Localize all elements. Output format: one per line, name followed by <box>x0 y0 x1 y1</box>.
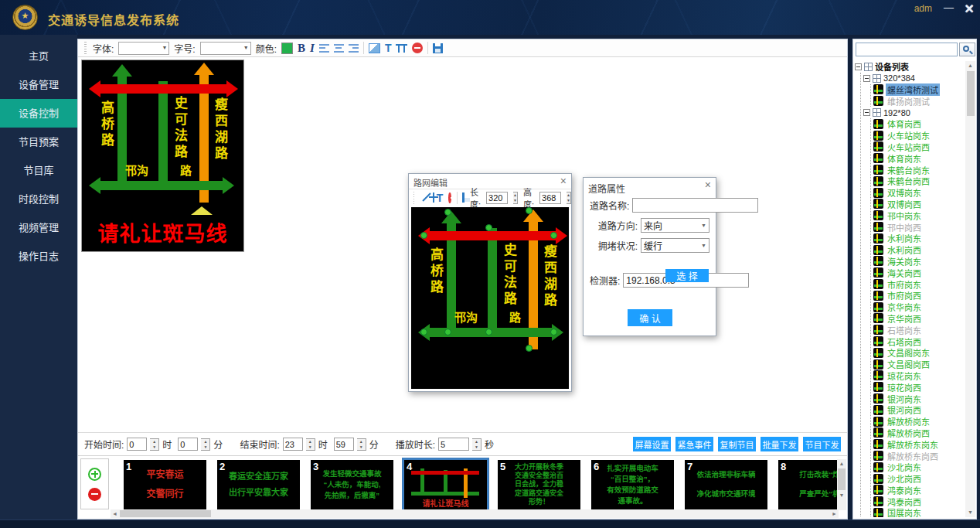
program-thumbnail[interactable]: 8 打击改装“炸 严查严处“机 <box>778 460 839 509</box>
delete-icon[interactable] <box>448 192 451 203</box>
sidebar-item[interactable]: 节目库 <box>0 156 77 185</box>
sidebar-item[interactable]: 设备控制 <box>0 99 77 128</box>
tree-scrollbar[interactable]: ▲ ▼ <box>965 61 975 517</box>
end-hour-spinner[interactable]: ▲▼ <box>306 438 315 451</box>
device-tree-item[interactable]: 解放桥东岗西 <box>871 450 965 462</box>
end-hour-input[interactable] <box>283 438 303 451</box>
device-tree-item[interactable]: 体育岗东 <box>871 152 965 164</box>
align-center-icon[interactable] <box>334 44 344 53</box>
device-tree-item[interactable]: 文昌阁岗西 <box>871 359 965 370</box>
road-arrow-top[interactable] <box>430 231 556 240</box>
device-tree-item[interactable]: 水利岗西 <box>871 244 965 256</box>
device-tree-item[interactable]: 解放桥东岗东 <box>871 438 965 450</box>
program-thumbnail[interactable]: 1 平安春运 交警同行 <box>124 460 206 509</box>
scroll-down-icon[interactable]: ▼ <box>837 491 846 499</box>
move-tool-icon[interactable] <box>429 192 431 203</box>
size-dropdown[interactable] <box>200 42 251 55</box>
control-point[interactable] <box>485 329 492 336</box>
search-button[interactable] <box>959 43 975 56</box>
save-icon[interactable] <box>433 43 443 53</box>
scrollbar-thumb[interactable] <box>967 71 975 116</box>
action-button[interactable]: 紧急事件 <box>675 437 713 451</box>
search-input[interactable] <box>856 43 958 56</box>
collapse-icon[interactable] <box>855 63 862 70</box>
close-icon[interactable]: × <box>965 0 974 18</box>
sidebar-item[interactable]: 视频管理 <box>0 213 77 242</box>
device-tree-item[interactable]: 体育岗西 <box>871 118 965 130</box>
action-button[interactable]: 批量下发 <box>761 437 798 451</box>
duration-spinner[interactable]: ▲▼ <box>472 438 481 451</box>
height-input[interactable] <box>539 192 561 204</box>
device-tree-item[interactable]: 火车站岗西 <box>871 141 965 153</box>
program-thumbnail[interactable]: 5 大力开展秋冬季 交通安全整治百 日会战，全力稳 定道路交通安全 形势！ <box>498 460 580 509</box>
remove-program-icon[interactable] <box>88 488 101 501</box>
device-tree-item[interactable]: 维扬岗测试 <box>871 95 965 107</box>
device-tree-item[interactable]: 解放桥岗西 <box>871 428 965 439</box>
scrollbar-thumb[interactable] <box>838 468 846 490</box>
vertical-scrollbar[interactable]: ▲ ▼ <box>837 459 846 510</box>
device-tree-item[interactable]: 银河岗西 <box>871 404 965 416</box>
sidebar-item[interactable]: 操作日志 <box>0 242 77 271</box>
device-tree-item[interactable]: 沙北岗西 <box>871 473 965 485</box>
device-tree-item[interactable]: 京华岗西 <box>871 313 965 325</box>
sidebar-item[interactable]: 设备管理 <box>0 70 77 99</box>
scrollbar-thumb[interactable] <box>120 510 211 517</box>
action-button[interactable]: 节目下发 <box>803 437 841 451</box>
device-tree-item[interactable]: 沙北岗东 <box>871 462 965 473</box>
scroll-right-icon[interactable]: ► <box>830 509 839 518</box>
toolbar-grip[interactable] <box>413 192 414 204</box>
action-button[interactable]: 复制节目 <box>718 437 756 451</box>
program-thumbnail[interactable]: 4 请礼让斑马线 <box>404 460 487 509</box>
road-name-input[interactable] <box>632 198 758 213</box>
control-point[interactable] <box>550 232 557 239</box>
device-tree-item[interactable]: 水利岗东 <box>871 233 965 244</box>
device-tree-item[interactable]: 鸿泰岗西 <box>871 496 965 507</box>
start-minute-spinner[interactable]: ▲▼ <box>201 438 210 451</box>
bold-button[interactable]: B <box>298 42 305 55</box>
delete-icon[interactable] <box>412 43 423 53</box>
control-point[interactable] <box>550 329 557 336</box>
program-thumbnail[interactable]: 6 扎实开展电动车 “百日整治”， 有效预防道路交 通事故。 <box>591 460 674 509</box>
device-tree-item[interactable]: 鸿泰岗东 <box>871 484 965 496</box>
save-icon[interactable] <box>462 192 464 203</box>
control-point[interactable] <box>420 329 427 336</box>
editor-roadnet[interactable]: 高桥路 史可法路 瘦西湖路 邗沟 路 <box>411 207 569 389</box>
device-tree-item[interactable]: 海关岗东 <box>871 256 965 267</box>
device-tree-item[interactable]: 国展岗东 <box>871 507 965 517</box>
sign-preview[interactable]: 高桥路 史可法路 瘦西湖路 邗沟 路 请礼让斑马线 <box>81 60 244 252</box>
add-program-icon[interactable] <box>88 468 101 481</box>
device-group-row[interactable]: 192*80 <box>861 107 965 118</box>
color-swatch[interactable] <box>281 43 293 54</box>
device-tree-item[interactable]: 海关岗西 <box>871 267 965 278</box>
device-tree-item[interactable]: 螺丝湾桥测试 <box>871 84 965 96</box>
scroll-left-icon[interactable]: ◄ <box>111 509 119 518</box>
road-bar-middle[interactable] <box>488 228 497 337</box>
start-hour-input[interactable] <box>127 438 147 451</box>
congestion-select[interactable]: 缓行 <box>641 238 709 253</box>
device-tree-item[interactable]: 琼花岗东 <box>871 370 965 382</box>
program-thumbnail[interactable]: 3 发生轻微交通事故 “人未伤，车能动, 先拍照，后撤离” <box>311 460 393 509</box>
start-hour-spinner[interactable]: ▲▼ <box>150 438 159 451</box>
control-point[interactable] <box>485 224 492 231</box>
collapse-icon[interactable] <box>863 109 870 116</box>
scroll-up-icon[interactable]: ▲ <box>837 459 846 468</box>
length-input[interactable] <box>486 192 508 204</box>
control-point[interactable] <box>526 207 533 214</box>
text-tool-icon[interactable]: T <box>385 42 392 54</box>
scroll-down-icon[interactable]: ▼ <box>965 508 975 517</box>
device-tree-item[interactable]: 火车站岗东 <box>871 130 965 141</box>
sidebar-item[interactable]: 时段控制 <box>0 185 77 213</box>
editor-canvas[interactable]: 高桥路 史可法路 瘦西湖路 邗沟 路 <box>411 207 569 389</box>
sidebar-item[interactable]: 主页 <box>0 42 77 70</box>
device-tree-item[interactable]: 来鹤台岗西 <box>871 175 965 187</box>
program-thumbnail[interactable]: 7 依法治理非标车辆 净化城市交通环境 <box>685 460 767 509</box>
device-tree-item[interactable]: 琼花岗西 <box>871 381 965 393</box>
control-point[interactable] <box>444 209 451 216</box>
height-spinner[interactable]: ▲▼ <box>567 192 571 204</box>
device-group-row[interactable]: 320*384 <box>861 73 965 84</box>
align-left-icon[interactable] <box>319 44 329 53</box>
length-spinner[interactable]: ▲▼ <box>513 192 518 204</box>
collapse-icon[interactable] <box>863 75 870 82</box>
select-button[interactable]: 选 择 <box>665 269 709 282</box>
device-tree-item[interactable]: 双博岗东 <box>871 187 965 199</box>
